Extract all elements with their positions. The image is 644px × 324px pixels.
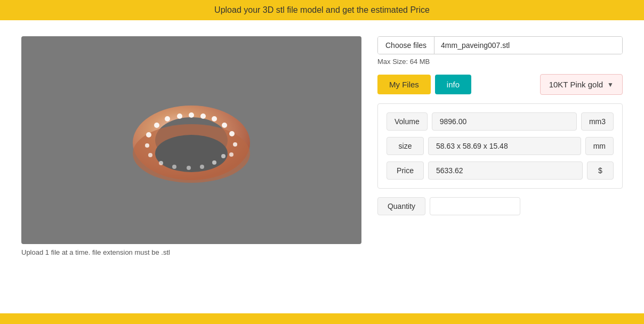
svg-point-20 bbox=[200, 165, 204, 169]
quantity-input[interactable] bbox=[430, 197, 520, 215]
controls-panel: Choose files 4mm_paveing007.stl Max Size… bbox=[377, 36, 623, 215]
top-banner: Upload your 3D stl file model and get th… bbox=[0, 0, 644, 20]
size-unit: mm bbox=[585, 137, 614, 155]
ring-svg bbox=[117, 66, 266, 215]
svg-point-17 bbox=[159, 161, 163, 165]
svg-point-13 bbox=[233, 142, 237, 147]
material-label: 10KT Pink gold bbox=[549, 80, 603, 89]
svg-point-22 bbox=[221, 154, 226, 158]
chevron-down-icon: ▼ bbox=[607, 81, 614, 88]
svg-point-6 bbox=[165, 116, 170, 122]
svg-point-3 bbox=[155, 135, 228, 172]
svg-point-8 bbox=[189, 112, 194, 118]
quantity-label: Quantity bbox=[377, 197, 425, 215]
banner-text: Upload your 3D stl file model and get th… bbox=[214, 5, 430, 14]
price-value: 5633.62 bbox=[428, 161, 583, 180]
model-caption: Upload 1 file at a time. file extension … bbox=[21, 248, 361, 256]
size-value: 58.63 x 58.69 x 15.48 bbox=[428, 137, 581, 155]
volume-value: 9896.00 bbox=[432, 112, 577, 131]
max-size-text: Max Size: 64 MB bbox=[377, 58, 623, 66]
model-preview-wrapper: Upload 1 file at a time. file extension … bbox=[21, 36, 361, 256]
file-input-row: Choose files 4mm_paveing007.stl bbox=[377, 36, 623, 54]
svg-point-7 bbox=[177, 114, 182, 119]
price-label: Price bbox=[387, 161, 424, 180]
size-label: size bbox=[387, 137, 424, 155]
tab-info[interactable]: info bbox=[435, 75, 471, 94]
price-unit: $ bbox=[587, 161, 614, 180]
svg-point-21 bbox=[212, 160, 216, 165]
file-input-section: Choose files 4mm_paveing007.stl Max Size… bbox=[377, 36, 623, 66]
price-row: Price 5633.62 $ bbox=[387, 161, 614, 180]
main-content: Upload 1 file at a time. file extension … bbox=[0, 20, 644, 313]
svg-point-15 bbox=[145, 143, 149, 148]
volume-row: Volume 9896.00 mm3 bbox=[387, 112, 614, 131]
svg-point-19 bbox=[187, 166, 191, 170]
svg-point-9 bbox=[200, 114, 206, 119]
file-name-display: 4mm_paveing007.stl bbox=[434, 37, 622, 54]
svg-point-4 bbox=[146, 132, 151, 137]
volume-unit: mm3 bbox=[581, 112, 614, 131]
volume-label: Volume bbox=[387, 112, 428, 131]
svg-point-11 bbox=[222, 123, 227, 128]
quantity-row: Quantity bbox=[377, 197, 623, 215]
svg-point-12 bbox=[229, 131, 235, 136]
svg-point-16 bbox=[148, 153, 152, 157]
svg-point-10 bbox=[212, 116, 217, 122]
metrics-box: Volume 9896.00 mm3 size 58.63 x 58.69 x … bbox=[377, 103, 623, 189]
svg-point-14 bbox=[229, 152, 234, 157]
tabs-row: My Files info 10KT Pink gold ▼ bbox=[377, 74, 623, 95]
svg-point-5 bbox=[154, 123, 159, 128]
model-preview bbox=[21, 36, 361, 244]
material-dropdown-button[interactable]: 10KT Pink gold ▼ bbox=[540, 74, 623, 95]
bottom-bar bbox=[0, 313, 644, 324]
size-row: size 58.63 x 58.69 x 15.48 mm bbox=[387, 137, 614, 155]
tab-my-files[interactable]: My Files bbox=[377, 75, 431, 94]
svg-point-18 bbox=[172, 165, 176, 169]
choose-files-button[interactable]: Choose files bbox=[378, 37, 434, 54]
